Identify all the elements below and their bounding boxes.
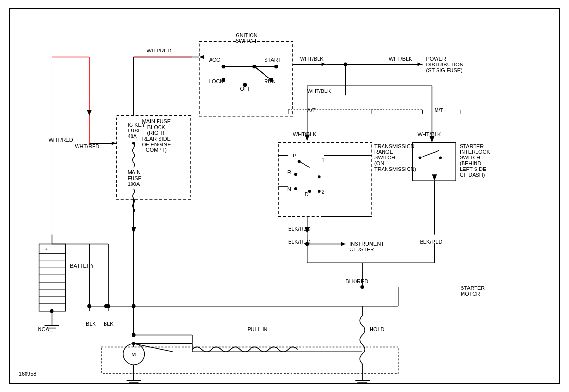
svg-point-69	[308, 190, 311, 193]
svg-text:COMPT): COMPT)	[146, 147, 167, 153]
svg-text:BLOCK: BLOCK	[147, 124, 166, 130]
acc-label: ACC	[209, 57, 220, 63]
hold-label: HOLD	[370, 327, 384, 332]
svg-text:OF DASH): OF DASH)	[460, 172, 485, 178]
starter-motor-label: STARTER	[461, 285, 485, 291]
start-label: START	[264, 57, 281, 63]
svg-text:SWITCH: SWITCH	[236, 38, 256, 44]
pos-p: P	[293, 153, 296, 158]
blk-red-label-1: BLK/RED	[288, 226, 311, 232]
blk-red-label-bottom: BLK/RED	[345, 278, 368, 284]
svg-text:(ST SIG FUSE): (ST SIG FUSE)	[426, 67, 462, 73]
power-dist-label: POWER	[426, 56, 446, 62]
svg-line-45	[254, 66, 271, 80]
svg-marker-87	[432, 174, 437, 181]
wht-red-left-label: WHT/RED	[49, 137, 73, 143]
svg-text:SWITCH: SWITCH	[460, 155, 480, 160]
svg-marker-35	[199, 55, 204, 59]
pos-r: R	[287, 170, 291, 175]
svg-line-66	[299, 161, 310, 167]
nca-label: NCA	[38, 327, 50, 332]
svg-line-85	[420, 150, 439, 157]
svg-marker-47	[322, 62, 327, 66]
svg-point-70	[318, 175, 321, 178]
svg-point-54	[344, 62, 347, 66]
main-fuse-block-label: MAIN FUSE	[142, 118, 171, 124]
svg-point-71	[318, 190, 321, 193]
svg-point-140	[106, 304, 110, 308]
pull-in-label: PULL-IN	[247, 327, 267, 332]
motor-symbol: M	[132, 352, 136, 357]
wht-blk-label-3: WHT/BLK	[307, 88, 331, 94]
svg-marker-132	[112, 142, 117, 145]
svg-point-67	[294, 173, 297, 176]
svg-text:(BEHIND: (BEHIND	[460, 160, 481, 166]
instrument-cluster-label: INSTRUMENT	[349, 241, 384, 247]
ig-key-fuse-label: IG KEY	[128, 122, 146, 128]
at-label: A/T	[307, 107, 316, 113]
blk-red-label-3: BLK/RED	[420, 239, 443, 245]
svg-point-143	[132, 142, 135, 145]
pos-d: D	[305, 191, 309, 197]
starter-interlock-label: STARTER	[460, 144, 484, 149]
svg-point-42	[243, 83, 247, 87]
wiring-diagram: 160958 + BATTERY BLK BLK NCA	[9, 8, 560, 384]
lock-label: LOCK	[209, 78, 224, 84]
svg-text:OF ENGINE: OF ENGINE	[142, 142, 171, 147]
blk-label-2: BLK	[104, 321, 114, 327]
svg-point-68	[294, 187, 297, 190]
svg-point-19	[50, 309, 54, 313]
wht-blk-label-5: WHT/BLK	[418, 131, 441, 137]
svg-text:TRANSMISSION): TRANSMISSION)	[374, 166, 416, 172]
svg-marker-59	[429, 136, 434, 143]
trans-range-label: TRANSMISSION	[374, 144, 414, 149]
wht-blk-label-1: WHT/BLK	[300, 56, 324, 62]
svg-text:40A: 40A	[128, 133, 137, 139]
svg-text:(RIGHT: (RIGHT	[147, 130, 166, 136]
wht-blk-label-2: WHT/BLK	[389, 56, 412, 62]
svg-line-123	[134, 343, 173, 352]
svg-point-86	[439, 156, 442, 159]
svg-text:FUSE: FUSE	[128, 175, 142, 181]
battery-label: BATTERY	[70, 263, 94, 269]
ignition-switch-label: IGNITION	[234, 32, 258, 38]
svg-marker-92	[341, 242, 345, 246]
wht-red-top-label: WHT/RED	[146, 48, 171, 53]
blk-label-1: BLK	[86, 321, 96, 327]
svg-marker-57	[305, 135, 310, 141]
svg-text:MOTOR: MOTOR	[461, 291, 480, 297]
wht-blk-label-4: WHT/BLK	[293, 131, 317, 137]
svg-marker-135	[87, 110, 92, 116]
svg-rect-2	[39, 244, 66, 311]
svg-text:100A: 100A	[128, 181, 140, 187]
wht-red-label-1: WHT/RED	[75, 144, 99, 149]
svg-text:DISTRIBUTION: DISTRIBUTION	[426, 62, 463, 67]
svg-rect-106	[101, 347, 398, 373]
svg-text:LEFT SIDE: LEFT SIDE	[460, 166, 486, 172]
svg-text:(ON: (ON	[374, 160, 384, 166]
mt-label: M/T	[434, 107, 443, 113]
svg-point-41	[222, 78, 225, 82]
svg-text:FUSE: FUSE	[128, 128, 142, 133]
svg-text:+: +	[45, 246, 48, 252]
svg-point-124	[132, 342, 135, 345]
pos-1: 1	[322, 157, 325, 163]
svg-text:RANGE: RANGE	[374, 149, 393, 155]
svg-marker-50	[418, 62, 423, 66]
pos-n: N	[287, 186, 291, 192]
main-fuse-label: MAIN	[128, 170, 141, 175]
diagram-number: 160958	[19, 371, 37, 377]
svg-text:INTERLOCK: INTERLOCK	[460, 149, 490, 155]
svg-text:REAR SIDE: REAR SIDE	[142, 136, 171, 142]
pos-2: 2	[322, 189, 325, 195]
svg-text:CLUSTER: CLUSTER	[349, 247, 374, 252]
svg-text:SWITCH: SWITCH	[374, 155, 395, 160]
